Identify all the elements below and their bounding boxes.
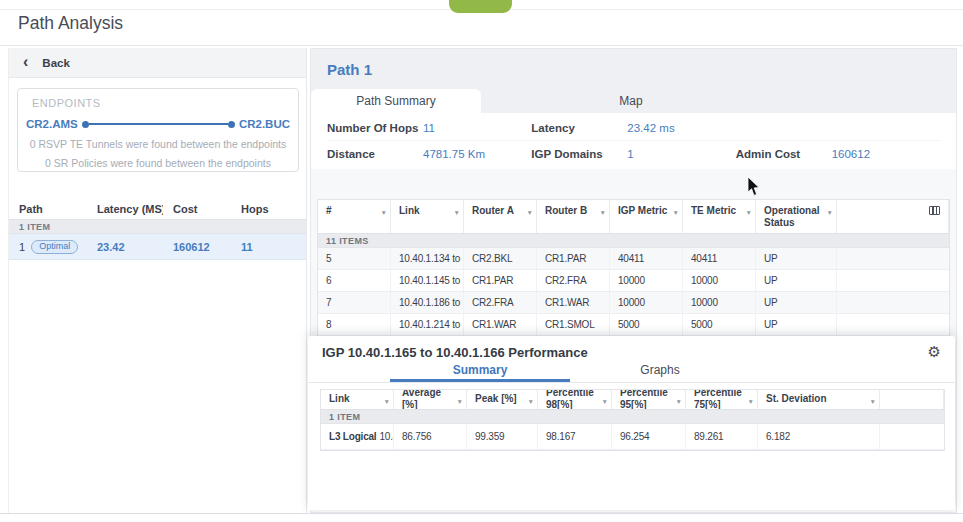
column-menu-caret-icon[interactable]: ▼ [870, 396, 876, 408]
hop-link: 10.40.1.186 to 1... [391, 292, 464, 313]
path-detail-title: Path 1 [327, 61, 372, 78]
perf-percentile-95: 96.254 [612, 424, 686, 449]
tab-graphs[interactable]: Graphs [570, 361, 750, 382]
hop-row[interactable]: 7 10.40.1.186 to 1... CR2.FRA CR1.WAR 10… [318, 292, 949, 314]
column-label: Router A [472, 205, 514, 216]
hop-link: 10.40.1.134 to 1... [391, 248, 464, 269]
link-rest: 10.40.... [379, 431, 394, 442]
hop-router-a: CR2.BKL [464, 248, 537, 269]
column-label: Link [399, 205, 420, 216]
path-hops-cell: 11 [231, 241, 306, 253]
column-header-router-a[interactable]: Router A▼ [464, 200, 537, 233]
stat-empty [736, 115, 940, 141]
header-filler [837, 200, 949, 233]
column-menu-caret-icon[interactable]: ▼ [602, 396, 608, 408]
performance-tabs: Summary Graphs [308, 361, 955, 383]
performance-table: Link▼ Average [%]▼ Peak [%]▼ Percentile … [320, 389, 945, 451]
hops-table-header: #▼ Link▼ Router A▼ Router B▼ IGP Metric▼… [318, 200, 949, 234]
row-filler [837, 248, 949, 269]
column-header-peak[interactable]: Peak [%]▼ [467, 390, 538, 409]
stat-value: 4781.75 Km [423, 148, 485, 160]
perf-percentile-75: 89.261 [686, 424, 758, 449]
back-button[interactable]: ‹ Back [9, 48, 306, 78]
column-header-index[interactable]: #▼ [318, 200, 391, 233]
column-header-router-b[interactable]: Router B▼ [537, 200, 610, 233]
column-header-percentile-95[interactable]: Percentile 95[%]▼ [612, 390, 686, 409]
column-chooser-icon[interactable] [929, 206, 940, 215]
hop-router-a: CR1.PAR [464, 270, 537, 291]
tab-map[interactable]: Map [481, 89, 781, 113]
rsvp-tunnels-note: 0 RSVP TE Tunnels were found between the… [18, 137, 298, 151]
tab-summary[interactable]: Summary [390, 361, 570, 382]
column-menu-caret-icon[interactable]: ▼ [676, 396, 682, 408]
path-number-cell: 1 Optimal [9, 240, 87, 254]
path-latency-cell: 23.42 [87, 241, 163, 253]
stat-latency: Latency 23.42 ms [531, 115, 735, 141]
column-header-average[interactable]: Average [%]▼ [394, 390, 467, 409]
column-header-latency[interactable]: Latency (MS) [87, 203, 163, 215]
endpoint-b-label: CR2.BUC [239, 118, 290, 130]
column-menu-caret-icon[interactable]: ▼ [746, 207, 752, 219]
column-menu-caret-icon[interactable]: ▼ [600, 207, 606, 219]
hop-router-b: CR2.FRA [537, 270, 610, 291]
column-header-igp-metric[interactable]: IGP Metric▼ [610, 200, 683, 233]
hop-index: 8 [318, 314, 391, 335]
hop-te-metric: 10000 [683, 270, 756, 291]
column-menu-caret-icon[interactable]: ▼ [673, 207, 679, 219]
column-menu-caret-icon[interactable]: ▼ [748, 396, 754, 408]
performance-row[interactable]: L3 Logical10.40.... 86.756 99.359 98.167… [321, 424, 944, 450]
endpoint-b-dot-icon [228, 121, 235, 128]
column-menu-caret-icon[interactable]: ▼ [827, 207, 833, 219]
endpoint-a-dot-icon [82, 121, 89, 128]
perf-link: L3 Logical10.40.... [321, 424, 394, 449]
stat-label: Latency [531, 122, 627, 134]
hop-row[interactable]: 5 10.40.1.134 to 1... CR2.BKL CR1.PAR 40… [318, 248, 949, 270]
column-menu-caret-icon[interactable]: ▼ [527, 207, 533, 219]
link-type: L3 Logical [329, 431, 376, 442]
path-row-selected[interactable]: 1 Optimal 23.42 160612 11 [9, 234, 306, 260]
stat-label: Number Of Hops [327, 122, 423, 134]
column-header-cost[interactable]: Cost [163, 203, 231, 215]
hop-row[interactable]: 8 10.40.1.214 to 1... CR1.WAR CR1.SMOL 5… [318, 314, 949, 336]
column-menu-caret-icon[interactable]: ▼ [528, 396, 534, 408]
row-filler [837, 314, 949, 335]
column-header-st-deviation[interactable]: St. Deviation▼ [758, 390, 880, 409]
performance-panel: IGP 10.40.1.165 to 10.40.1.166 Performan… [308, 336, 955, 510]
stat-label: Admin Cost [736, 148, 832, 160]
left-panel: ‹ Back ENDPOINTS CR2.AMS CR2.BUC 0 RSVP … [8, 48, 307, 513]
column-header-link[interactable]: Link▼ [391, 200, 464, 233]
row-filler [837, 292, 949, 313]
perf-percentile-98: 98.167 [538, 424, 612, 449]
column-header-percentile-98[interactable]: Percentile 98[%]▼ [538, 390, 612, 409]
column-menu-caret-icon[interactable]: ▼ [381, 207, 387, 219]
gear-icon[interactable]: ⚙ [928, 345, 941, 360]
column-label: Link [329, 393, 350, 405]
path-summary-stats: Number Of Hops 11 Latency 23.42 ms Dista… [311, 113, 956, 169]
column-header-operational-status[interactable]: Operational Status▼ [756, 200, 837, 233]
column-label: Percentile 98[%] [546, 390, 598, 409]
column-menu-caret-icon[interactable]: ▼ [457, 396, 463, 408]
column-header-link[interactable]: Link▼ [321, 390, 394, 409]
endpoints-card: ENDPOINTS CR2.AMS CR2.BUC 0 RSVP TE Tunn… [17, 88, 299, 172]
column-header-percentile-75[interactable]: Percentile 75[%]▼ [686, 390, 758, 409]
column-label: TE Metric [691, 205, 736, 216]
hop-index: 6 [318, 270, 391, 291]
column-header-hops[interactable]: Hops [231, 203, 306, 215]
hop-te-metric: 5000 [683, 314, 756, 335]
column-header-te-metric[interactable]: TE Metric▼ [683, 200, 756, 233]
stat-value: 1 [627, 148, 633, 160]
column-menu-caret-icon[interactable]: ▼ [384, 396, 390, 408]
performance-table-header: Link▼ Average [%]▼ Peak [%]▼ Percentile … [321, 390, 944, 410]
hop-router-a: CR1.WAR [464, 314, 537, 335]
tab-path-summary[interactable]: Path Summary [311, 89, 481, 113]
column-menu-caret-icon[interactable]: ▼ [454, 207, 460, 219]
endpoint-a-label: CR2.AMS [26, 118, 78, 130]
perf-average: 86.756 [394, 424, 467, 449]
column-label: Router B [545, 205, 587, 216]
hop-row[interactable]: 6 10.40.1.145 to 1... CR1.PAR CR2.FRA 10… [318, 270, 949, 292]
hop-igp-metric: 5000 [610, 314, 683, 335]
perf-peak: 99.359 [467, 424, 538, 449]
paths-group-row: 1 ITEM [9, 220, 306, 234]
hop-index: 7 [318, 292, 391, 313]
column-header-path[interactable]: Path [9, 203, 87, 215]
